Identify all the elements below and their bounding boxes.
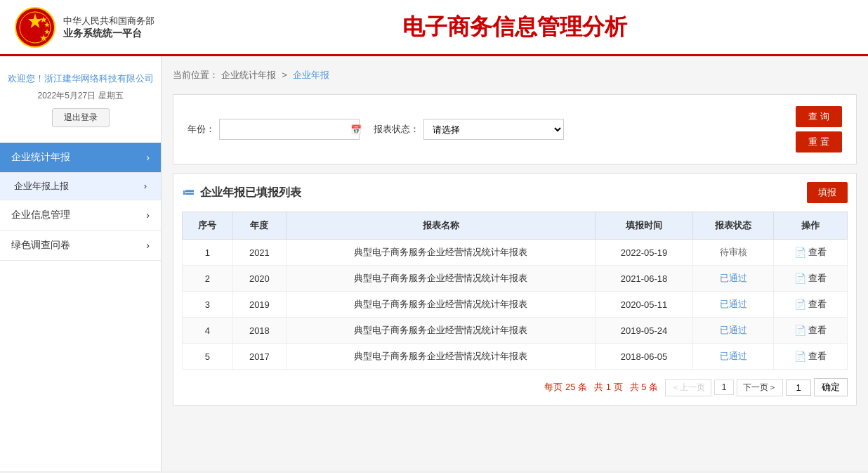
action-label: 查看 — [808, 246, 827, 259]
filter-buttons: 查 询 重 置 — [796, 106, 842, 153]
cell-seq: 1 — [183, 240, 233, 266]
confirm-page-button[interactable]: 确定 — [814, 378, 848, 396]
view-action-3[interactable]: 📄 查看 — [794, 324, 827, 337]
cell-action: 📄 查看 — [774, 266, 848, 292]
view-action-4[interactable]: 📄 查看 — [794, 350, 827, 363]
pagination-per-page: 每页 25 条 — [544, 381, 587, 394]
cell-year: 2019 — [232, 292, 287, 318]
cell-name: 典型电子商务服务企业经营情况统计年报表 — [287, 240, 596, 266]
fill-button[interactable]: 填报 — [807, 182, 848, 203]
sidebar-subitem-label: 企业年报上报 — [14, 180, 69, 193]
action-label: 查看 — [808, 298, 827, 311]
cell-seq: 2 — [183, 266, 233, 292]
cell-status: 已通过 — [693, 266, 774, 292]
col-name: 报表名称 — [287, 212, 596, 240]
breadcrumb: 当前位置： 企业统计年报 > 企业年报 — [173, 65, 857, 86]
prev-page-button[interactable]: ＜上一页 — [665, 379, 711, 396]
filter-row: 年份： 📅 报表状态： 请选择 待审核 已通过 已退回 — [188, 119, 782, 140]
table-row: 2 2020 典型电子商务服务企业经营情况统计年报表 2021-06-18 已通… — [183, 266, 848, 292]
status-label: 报表状态： — [374, 123, 419, 136]
view-action-1[interactable]: 📄 查看 — [794, 272, 827, 285]
doc-icon: 📄 — [794, 299, 806, 310]
filter-status: 报表状态： 请选择 待审核 已通过 已退回 — [374, 119, 564, 140]
table-row: 5 2017 典型电子商务服务企业经营情况统计年报表 2018-06-05 已通… — [183, 344, 848, 370]
cell-seq: 3 — [183, 292, 233, 318]
sidebar-item-annual-report[interactable]: 企业统计年报 › — [0, 143, 161, 173]
table-panel: ≔ 企业年报已填报列表 填报 序号 年度 报表名称 填报时间 报表状态 操作 — [173, 173, 857, 406]
breadcrumb-parent: 企业统计年报 — [221, 70, 276, 80]
view-action-0[interactable]: 📄 查看 — [794, 246, 827, 259]
welcome-text: 欢迎您！浙江建华网络科技有限公司 — [7, 72, 154, 86]
cell-status: 已通过 — [693, 292, 774, 318]
cell-year: 2021 — [232, 240, 287, 266]
cell-action: 📄 查看 — [774, 292, 848, 318]
col-year: 年度 — [232, 212, 287, 240]
cell-status: 待审核 — [693, 240, 774, 266]
status-select[interactable]: 请选择 待审核 已通过 已退回 — [423, 119, 564, 140]
cell-year: 2017 — [232, 344, 287, 370]
cell-date: 2020-05-11 — [595, 292, 692, 318]
sidebar: 欢迎您！浙江建华网络科技有限公司 2022年5月27日 星期五 退出登录 企业统… — [0, 56, 162, 471]
sidebar-date: 2022年5月27日 星期五 — [7, 89, 154, 103]
chevron-right-icon-2: › — [146, 209, 150, 221]
calendar-icon[interactable]: 📅 — [346, 124, 366, 135]
logout-button[interactable]: 退出登录 — [52, 108, 110, 127]
filter-year: 年份： 📅 — [188, 119, 360, 140]
action-label: 查看 — [808, 350, 827, 363]
chevron-right-icon-sub: › — [144, 181, 147, 191]
cell-name: 典型电子商务服务企业经营情况统计年报表 — [287, 266, 596, 292]
header: 中华人民共和国商务部 业务系统统一平台 电子商务信息管理分析 — [0, 0, 868, 56]
cell-seq: 4 — [183, 318, 233, 344]
org-title: 中华人民共和国商务部 — [63, 15, 154, 27]
cell-name: 典型电子商务服务企业经营情况统计年报表 — [287, 344, 596, 370]
sidebar-item-label: 企业统计年报 — [11, 151, 70, 164]
chevron-right-icon: › — [146, 152, 150, 163]
table-title-text: 企业年报已填报列表 — [200, 186, 301, 200]
cell-status: 已通过 — [693, 344, 774, 370]
sidebar-subitem-upload[interactable]: 企业年报上报 › — [0, 173, 161, 200]
page-jump-input[interactable] — [786, 380, 811, 396]
cell-status: 已通过 — [693, 318, 774, 344]
col-action: 操作 — [774, 212, 848, 240]
page-1-button[interactable]: 1 — [714, 380, 734, 395]
filter-panel: 年份： 📅 报表状态： 请选择 待审核 已通过 已退回 — [173, 94, 857, 164]
year-label: 年份： — [188, 123, 215, 136]
cell-name: 典型电子商务服务企业经营情况统计年报表 — [287, 292, 596, 318]
query-button[interactable]: 查 询 — [796, 106, 842, 127]
layout: 欢迎您！浙江建华网络科技有限公司 2022年5月27日 星期五 退出登录 企业统… — [0, 56, 868, 471]
cell-date: 2022-05-19 — [595, 240, 692, 266]
reset-button[interactable]: 重 置 — [796, 131, 842, 153]
sidebar-item-label-2: 企业信息管理 — [11, 209, 70, 221]
sidebar-item-info-manage[interactable]: 企业信息管理 › — [0, 200, 161, 231]
org-info: 中华人民共和国商务部 业务系统统一平台 — [63, 15, 154, 40]
pagination-total-pages: 共 1 页 — [594, 381, 622, 394]
cell-action: 📄 查看 — [774, 240, 848, 266]
logo-area: 中华人民共和国商务部 业务系统统一平台 — [14, 6, 154, 48]
chevron-right-icon-3: › — [146, 240, 150, 251]
pagination-total-records: 共 5 条 — [630, 381, 658, 394]
cell-year: 2018 — [232, 318, 287, 344]
main-title: 电子商务信息管理分析 — [176, 12, 854, 43]
doc-icon: 📄 — [794, 273, 806, 284]
cell-seq: 5 — [183, 344, 233, 370]
cell-action: 📄 查看 — [774, 318, 848, 344]
cell-name: 典型电子商务服务企业经营情况统计年报表 — [287, 318, 596, 344]
table-title: ≔ 企业年报已填报列表 — [182, 185, 301, 200]
table-row: 3 2019 典型电子商务服务企业经营情况统计年报表 2020-05-11 已通… — [183, 292, 848, 318]
sidebar-item-green-survey[interactable]: 绿色调查问卷 › — [0, 231, 161, 261]
sidebar-item-label-3: 绿色调查问卷 — [11, 239, 70, 252]
cell-action: 📄 查看 — [774, 344, 848, 370]
year-input[interactable] — [220, 124, 346, 135]
pagination: 每页 25 条 共 1 页 共 5 条 ＜上一页 1 下一页＞ 确定 — [182, 378, 848, 396]
sidebar-menu: 企业统计年报 › 企业年报上报 › 企业信息管理 › 绿色调查问卷 › — [0, 143, 161, 261]
view-action-2[interactable]: 📄 查看 — [794, 298, 827, 311]
cell-year: 2020 — [232, 266, 287, 292]
cell-date: 2018-06-05 — [595, 344, 692, 370]
emblem-icon — [14, 6, 56, 48]
action-label: 查看 — [808, 272, 827, 285]
col-seq: 序号 — [183, 212, 233, 240]
col-status: 报表状态 — [693, 212, 774, 240]
table-header: ≔ 企业年报已填报列表 填报 — [182, 182, 848, 203]
next-page-button[interactable]: 下一页＞ — [737, 379, 783, 396]
action-label: 查看 — [808, 324, 827, 337]
